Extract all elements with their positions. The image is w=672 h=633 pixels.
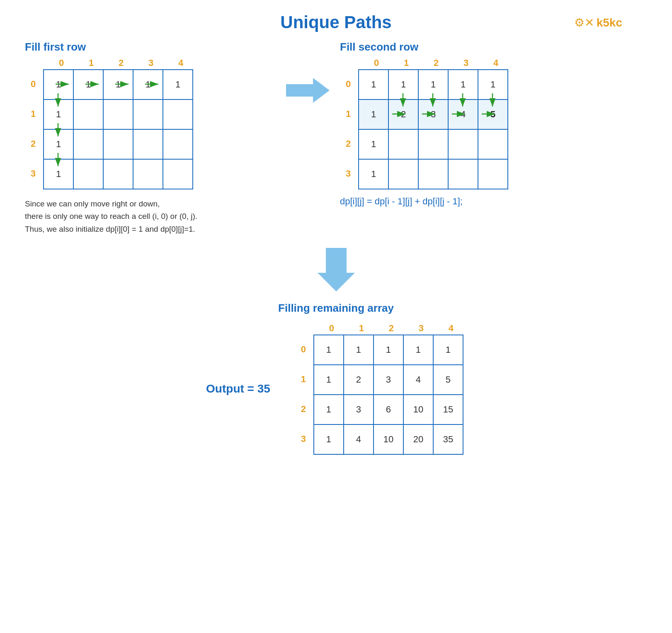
left-row-headers: 0 1 2 3 bbox=[25, 69, 41, 189]
left-col-header-0: 0 bbox=[46, 58, 76, 68]
rcell-3-2 bbox=[418, 159, 448, 189]
rcell-0-0: 1 bbox=[359, 70, 388, 99]
cell-3-1 bbox=[73, 159, 103, 189]
right-grid-container: 1 1 1 1 1 1 2 3 4 5 bbox=[358, 69, 508, 189]
right-col-header-4: 4 bbox=[481, 58, 511, 68]
left-grid-with-headers: 0 1 2 3 1 1 1 1 1 bbox=[25, 69, 196, 189]
cell-1-0: 1 bbox=[44, 99, 73, 129]
rcell-1-4: 5 bbox=[478, 99, 508, 129]
table-row: 1 4 10 20 35 bbox=[314, 424, 463, 454]
cell-3-2 bbox=[103, 159, 133, 189]
left-row-header-1: 1 bbox=[25, 99, 41, 129]
table-row: 1 bbox=[44, 99, 193, 129]
bottom-row-header-1: 1 bbox=[295, 364, 312, 394]
arrow-right-section bbox=[274, 74, 340, 107]
down-arrow-icon bbox=[315, 244, 357, 293]
right-row-header-1: 1 bbox=[340, 99, 357, 129]
bcell-0-2: 1 bbox=[374, 335, 403, 365]
bottom-col-header-3: 3 bbox=[406, 323, 436, 334]
cell-0-1: 1 bbox=[73, 70, 103, 99]
rcell-1-1: 2 bbox=[388, 99, 418, 129]
bcell-1-1: 2 bbox=[344, 365, 374, 395]
right-col-headers: 0 1 2 3 4 bbox=[361, 58, 511, 68]
rcell-3-3 bbox=[448, 159, 478, 189]
right-row-header-3: 3 bbox=[340, 159, 357, 189]
right-panel: Fill second row 0 1 2 3 4 0 1 2 3 bbox=[340, 41, 672, 207]
bottom-grid-table: 1 1 1 1 1 1 2 3 4 5 1 3 bbox=[313, 335, 463, 455]
cell-1-2 bbox=[103, 99, 133, 129]
rcell-0-3: 1 bbox=[448, 70, 478, 99]
arrow-down-section bbox=[0, 244, 672, 293]
right-grid-table: 1 1 1 1 1 1 2 3 4 5 bbox=[358, 69, 508, 189]
bcell-2-4: 15 bbox=[433, 395, 463, 424]
left-grid-wrapper: 0 1 2 3 4 0 1 2 3 1 1 bbox=[25, 58, 196, 189]
table-row: 1 3 6 10 15 bbox=[314, 395, 463, 424]
left-col-header-1: 1 bbox=[76, 58, 106, 68]
bcell-1-2: 3 bbox=[374, 365, 403, 395]
rcell-1-2: 3 bbox=[418, 99, 448, 129]
right-col-header-0: 0 bbox=[361, 58, 391, 68]
bottom-content: Output = 35 0 1 2 3 4 0 1 2 3 1 bbox=[206, 323, 466, 455]
bcell-0-1: 1 bbox=[344, 335, 374, 365]
bottom-col-headers: 0 1 2 3 4 bbox=[317, 323, 466, 334]
output-label: Output = 35 bbox=[206, 382, 270, 395]
left-section-label: Fill first row bbox=[25, 41, 274, 53]
cell-2-4 bbox=[163, 129, 193, 159]
cell-1-4 bbox=[163, 99, 193, 129]
cell-0-2: 1 bbox=[103, 70, 133, 99]
bottom-row-headers: 0 1 2 3 bbox=[295, 335, 312, 455]
bottom-row-header-0: 0 bbox=[295, 335, 312, 364]
brand-text: k5kc bbox=[597, 16, 622, 29]
rcell-2-2 bbox=[418, 129, 448, 159]
table-row: 1 1 1 1 1 bbox=[359, 70, 508, 99]
cell-0-0: 1 bbox=[44, 70, 73, 99]
bcell-0-4: 1 bbox=[433, 335, 463, 365]
table-row: 1 2 3 4 5 bbox=[359, 99, 508, 129]
left-col-header-3: 3 bbox=[136, 58, 166, 68]
description: Since we can only move right or down, th… bbox=[25, 198, 257, 235]
cell-2-2 bbox=[103, 129, 133, 159]
bcell-2-3: 10 bbox=[403, 395, 433, 424]
rcell-3-1 bbox=[388, 159, 418, 189]
bcell-3-3: 20 bbox=[403, 424, 433, 454]
right-col-header-2: 2 bbox=[421, 58, 451, 68]
bottom-col-header-0: 0 bbox=[317, 323, 347, 334]
bottom-grid-wrapper: 0 1 2 3 4 0 1 2 3 1 1 1 1 bbox=[295, 323, 466, 455]
bottom-row-header-3: 3 bbox=[295, 424, 312, 454]
bcell-0-0: 1 bbox=[314, 335, 344, 365]
bcell-1-4: 5 bbox=[433, 365, 463, 395]
right-col-header-1: 1 bbox=[391, 58, 421, 68]
bcell-2-1: 3 bbox=[344, 395, 374, 424]
table-row: 1 1 1 1 1 bbox=[314, 335, 463, 365]
rcell-0-1: 1 bbox=[388, 70, 418, 99]
table-row: 1 bbox=[44, 159, 193, 189]
cell-3-0: 1 bbox=[44, 159, 73, 189]
cell-3-4 bbox=[163, 159, 193, 189]
cell-2-0: 1 bbox=[44, 129, 73, 159]
bottom-grid-with-headers: 0 1 2 3 1 1 1 1 1 1 2 3 bbox=[295, 335, 466, 455]
table-row: 1 bbox=[359, 159, 508, 189]
cell-2-1 bbox=[73, 129, 103, 159]
rcell-0-4: 1 bbox=[478, 70, 508, 99]
bcell-1-3: 4 bbox=[403, 365, 433, 395]
table-row: 1 1 1 1 1 bbox=[44, 70, 193, 99]
brand: ⚙✕ k5kc bbox=[574, 16, 622, 29]
bottom-col-header-1: 1 bbox=[347, 323, 376, 334]
right-row-header-2: 2 bbox=[340, 129, 357, 159]
right-grid-with-headers: 0 1 2 3 1 1 1 1 1 bbox=[340, 69, 511, 189]
desc-line-1: Since we can only move right or down, bbox=[25, 198, 257, 210]
table-row: 1 2 3 4 5 bbox=[314, 365, 463, 395]
bottom-section: Filling remaining array Output = 35 0 1 … bbox=[0, 302, 672, 455]
left-row-header-0: 0 bbox=[25, 69, 41, 99]
rcell-2-4 bbox=[478, 129, 508, 159]
right-row-header-0: 0 bbox=[340, 69, 357, 99]
top-section: Fill first row 0 1 2 3 4 0 1 2 3 bbox=[0, 36, 672, 235]
rcell-3-4 bbox=[478, 159, 508, 189]
bcell-3-2: 10 bbox=[374, 424, 403, 454]
left-col-header-2: 2 bbox=[106, 58, 136, 68]
left-grid-table: 1 1 1 1 1 1 bbox=[43, 69, 193, 189]
desc-line-3: Thus, we also initialize dp[i][0] = 1 an… bbox=[25, 223, 257, 235]
rcell-2-3 bbox=[448, 129, 478, 159]
bcell-0-3: 1 bbox=[403, 335, 433, 365]
bcell-3-4: 35 bbox=[433, 424, 463, 454]
